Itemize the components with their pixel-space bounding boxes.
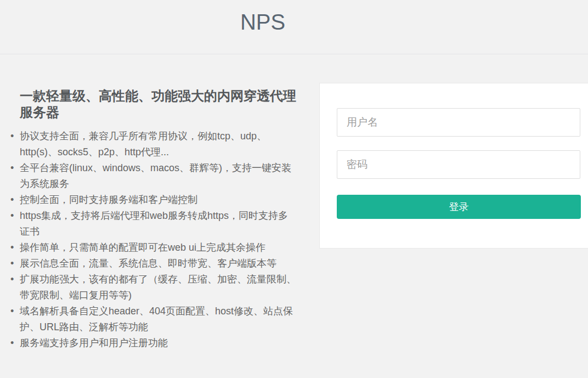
feature-item: 协议支持全面，兼容几乎所有常用协议，例如tcp、udp、http(s)、sock… [20, 128, 297, 160]
username-input[interactable] [337, 108, 580, 137]
feature-item: 全平台兼容(linux、windows、macos、群辉等)，支持一键安装为系统… [20, 160, 297, 192]
intro-section: 一款轻量级、高性能、功能强大的内网穿透代理服务器 协议支持全面，兼容几乎所有常用… [20, 88, 301, 351]
intro-heading: 一款轻量级、高性能、功能强大的内网穿透代理服务器 [20, 88, 301, 121]
feature-list: 协议支持全面，兼容几乎所有常用协议，例如tcp、udp、http(s)、sock… [20, 128, 297, 351]
login-button[interactable]: 登录 [337, 195, 581, 219]
feature-item: 扩展功能强大，该有的都有了（缓存、压缩、加密、流量限制、带宽限制、端口复用等等) [20, 272, 297, 303]
feature-item: https集成，支持将后端代理和web服务转成https，同时支持多证书 [20, 208, 297, 240]
feature-item: 展示信息全面，流量、系统信息、即时带宽、客户端版本等 [20, 256, 297, 272]
password-input[interactable] [337, 150, 580, 179]
feature-item: 域名解析具备自定义header、404页面配置、host修改、站点保护、URL路… [20, 303, 297, 335]
login-card: 登录 [319, 83, 588, 249]
feature-item: 操作简单，只需简单的配置即可在web ui上完成其余操作 [20, 240, 297, 256]
page-header: NPS [0, 0, 588, 54]
page-title: NPS [0, 10, 525, 35]
feature-item: 服务端支持多用户和用户注册功能 [20, 335, 297, 351]
feature-item: 控制全面，同时支持服务端和客户端控制 [20, 192, 297, 208]
